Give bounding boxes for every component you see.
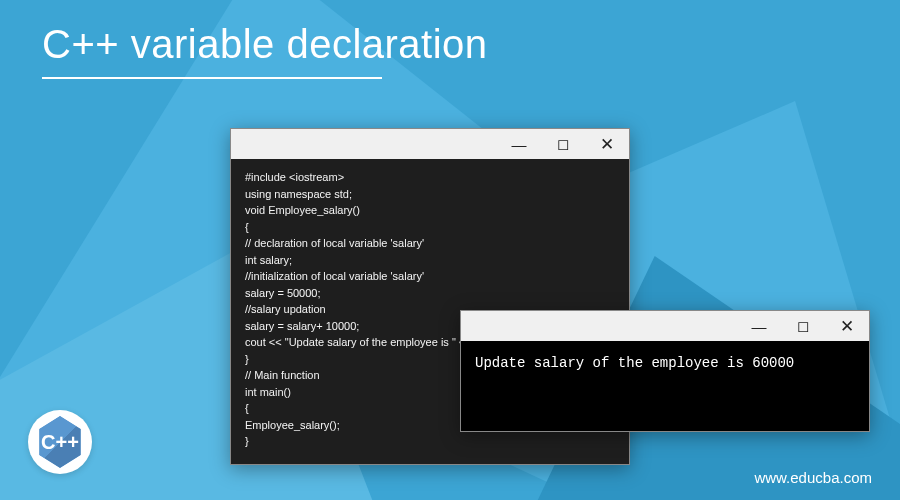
console-output: Update salary of the employee is 60000 <box>461 341 869 431</box>
cpp-logo-hex: C++ <box>37 416 83 468</box>
page-title: C++ variable declaration <box>42 22 900 67</box>
maximize-button[interactable]: ◻ <box>541 129 585 159</box>
maximize-button[interactable]: ◻ <box>781 311 825 341</box>
minimize-button[interactable]: — <box>497 129 541 159</box>
close-button[interactable]: ✕ <box>825 311 869 341</box>
minimize-button[interactable]: — <box>737 311 781 341</box>
footer-site: www.educba.com <box>754 469 872 486</box>
window-titlebar: — ◻ ✕ <box>231 129 629 159</box>
console-output-window: — ◻ ✕ Update salary of the employee is 6… <box>460 310 870 432</box>
cpp-logo: C++ <box>28 410 92 474</box>
title-underline <box>42 77 382 79</box>
window-titlebar: — ◻ ✕ <box>461 311 869 341</box>
header: C++ variable declaration <box>0 0 900 79</box>
close-button[interactable]: ✕ <box>585 129 629 159</box>
